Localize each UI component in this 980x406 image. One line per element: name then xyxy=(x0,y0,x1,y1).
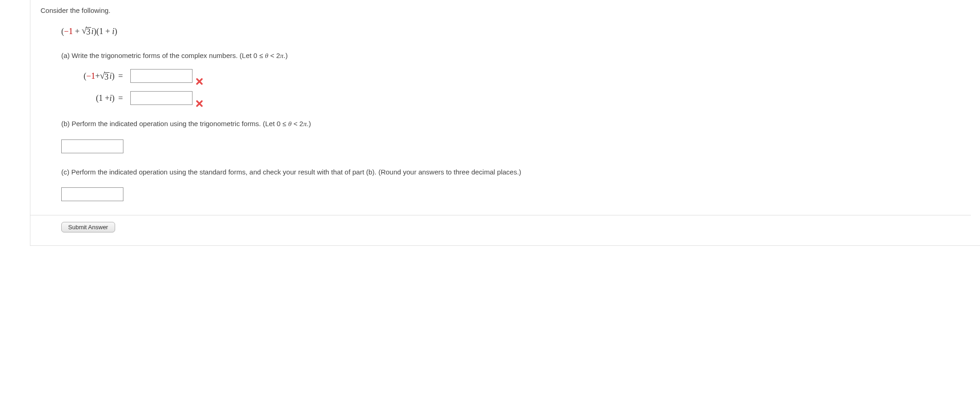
part-a-prompt: (a) Write the trigonometric forms of the… xyxy=(61,51,971,61)
question-container: Consider the following. (−1 + √3i)(1 + i… xyxy=(30,0,980,246)
part-c: (c) Perform the indicated operation usin… xyxy=(61,167,971,202)
expr-neg1: −1 xyxy=(64,27,73,36)
part-a: (a) Write the trigonometric forms of the… xyxy=(61,51,971,105)
expr-close: ) xyxy=(114,27,117,36)
part-a-row-1: (−1 + √3i) = xyxy=(61,69,971,83)
expr-mid: )(1 + xyxy=(93,27,112,36)
wrong-icon xyxy=(195,77,204,86)
part-b-input[interactable] xyxy=(61,139,123,153)
part-a-input-1[interactable] xyxy=(130,69,192,83)
submit-answer-button[interactable]: Submit Answer xyxy=(61,222,115,232)
part-b: (b) Perform the indicated operation usin… xyxy=(61,119,971,153)
main-expression: (−1 + √3i)(1 + i) xyxy=(61,25,971,38)
expr-plus: + xyxy=(73,27,82,36)
wrong-icon xyxy=(195,99,204,108)
part-c-prompt: (c) Perform the indicated operation usin… xyxy=(61,167,971,178)
submit-bar: Submit Answer xyxy=(30,215,971,241)
part-b-prompt: (b) Perform the indicated operation usin… xyxy=(61,119,971,129)
part-a-row2-label: (1 + i) = xyxy=(61,92,126,104)
part-a-row-2: (1 + i) = xyxy=(61,91,971,105)
part-a-row1-label: (−1 + √3i) = xyxy=(61,70,126,82)
sqrt-icon: √3 xyxy=(100,71,110,81)
question-body: Consider the following. (−1 + √3i)(1 + i… xyxy=(36,6,971,245)
sqrt-icon: √3 xyxy=(82,26,91,36)
intro-text: Consider the following. xyxy=(41,6,971,16)
part-c-input[interactable] xyxy=(61,187,123,201)
part-a-input-2[interactable] xyxy=(130,91,192,105)
